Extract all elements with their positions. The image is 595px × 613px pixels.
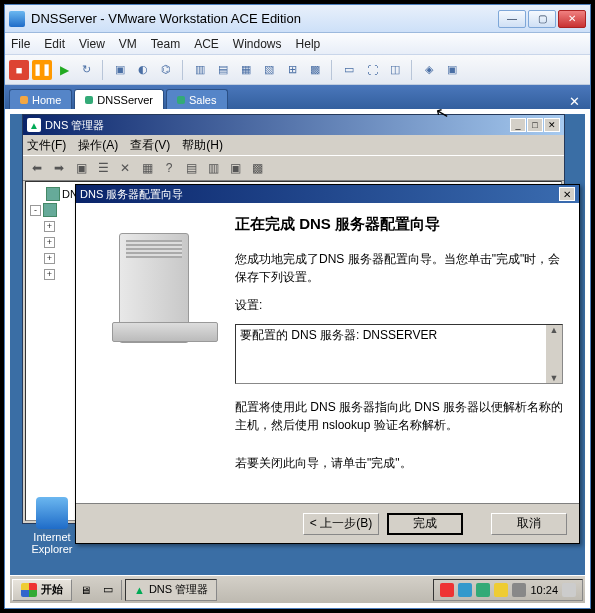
mmc-maximize-button[interactable]: □	[527, 118, 543, 132]
mmc-menu-action[interactable]: 操作(A)	[78, 137, 118, 154]
system-tray[interactable]: 10:24	[433, 579, 583, 601]
manage-snapshot-icon[interactable]: ⌬	[156, 60, 176, 80]
dns-icon: ▲	[27, 118, 41, 132]
tool-icon[interactable]: ⊞	[282, 60, 302, 80]
home-icon	[20, 96, 28, 104]
menu-ace[interactable]: ACE	[194, 37, 219, 51]
props-icon[interactable]: ☰	[93, 158, 113, 178]
server-icon	[43, 203, 57, 217]
collapse-icon[interactable]: -	[30, 205, 41, 216]
wizard-graphic-pane	[76, 203, 231, 503]
menu-help[interactable]: Help	[296, 37, 321, 51]
settings-listbox[interactable]: 要配置的 DNS 服务器: DNSSERVER ▲▼	[235, 324, 563, 384]
clock: 10:24	[530, 584, 558, 596]
guest-desktop: ▲ DNS 管理器 _ □ ✕ 文件(F) 操作(A) 查看(V) 帮助(H) …	[10, 114, 585, 603]
wizard-body: 正在完成 DNS 服务器配置向导 您成功地完成了DNS 服务器配置向导。当您单击…	[76, 203, 579, 503]
tray-icon[interactable]	[476, 583, 490, 597]
mmc-titlebar[interactable]: ▲ DNS 管理器 _ □ ✕	[23, 115, 564, 135]
tool-icon[interactable]: ▥	[203, 158, 223, 178]
windows-flag-icon	[21, 583, 37, 597]
tray-icon[interactable]	[458, 583, 472, 597]
tray-icon[interactable]	[562, 583, 576, 597]
tool-icon[interactable]: ▤	[213, 60, 233, 80]
mmc-menu-help[interactable]: 帮助(H)	[182, 137, 223, 154]
mmc-minimize-button[interactable]: _	[510, 118, 526, 132]
suspend-icon[interactable]: ❚❚	[32, 60, 52, 80]
tab-label: Home	[32, 94, 61, 106]
menu-vm[interactable]: VM	[119, 37, 137, 51]
expand-icon[interactable]: +	[44, 221, 55, 232]
start-label: 开始	[41, 582, 63, 597]
tool-icon[interactable]: ▩	[305, 60, 325, 80]
start-button[interactable]: 开始	[12, 579, 72, 601]
unity-icon[interactable]: ◫	[385, 60, 405, 80]
settings-text: 要配置的 DNS 服务器: DNSSERVER	[240, 328, 437, 342]
quicklaunch-icon[interactable]: ▭	[98, 580, 118, 600]
back-icon[interactable]: ⬅	[27, 158, 47, 178]
tray-icon[interactable]	[494, 583, 508, 597]
view-icon[interactable]: ▭	[339, 60, 359, 80]
help-icon[interactable]: ?	[159, 158, 179, 178]
vmware-titlebar[interactable]: DNSServer - VMware Workstation ACE Editi…	[5, 5, 590, 33]
mmc-close-button[interactable]: ✕	[544, 118, 560, 132]
dns-config-wizard-dialog: DNS 服务器配置向导 ✕ 正在完成 DNS 服务器配置向导 您成功地完成了DN…	[75, 184, 580, 544]
up-icon[interactable]: ▣	[71, 158, 91, 178]
expand-icon[interactable]: +	[44, 253, 55, 264]
poweron-icon[interactable]: ▶	[55, 60, 73, 80]
tool-icon[interactable]: ▣	[225, 158, 245, 178]
scrollbar[interactable]: ▲▼	[546, 325, 562, 383]
taskbar-button-dns[interactable]: ▲DNS 管理器	[125, 579, 217, 601]
tool-icon[interactable]: ▣	[442, 60, 462, 80]
minimize-button[interactable]: —	[498, 10, 526, 28]
expand-icon[interactable]: +	[44, 269, 55, 280]
cancel-button[interactable]: 取消	[491, 513, 567, 535]
snapshot-icon[interactable]: ▣	[110, 60, 130, 80]
back-button[interactable]: < 上一步(B)	[303, 513, 379, 535]
maximize-button[interactable]: ▢	[528, 10, 556, 28]
dns-root-icon	[46, 187, 60, 201]
finish-button[interactable]: 完成	[387, 513, 463, 535]
mmc-menu-view[interactable]: 查看(V)	[130, 137, 170, 154]
menu-edit[interactable]: Edit	[44, 37, 65, 51]
quicklaunch-desktop-icon[interactable]: 🖥	[75, 580, 95, 600]
tool-icon[interactable]: ▩	[247, 158, 267, 178]
settings-label: 设置:	[235, 296, 563, 314]
expand-icon[interactable]: +	[44, 237, 55, 248]
tool-icon[interactable]: ◈	[419, 60, 439, 80]
wizard-close-button[interactable]: ✕	[559, 187, 575, 201]
vm-icon	[177, 96, 185, 104]
menu-windows[interactable]: Windows	[233, 37, 282, 51]
tab-home[interactable]: Home	[9, 89, 72, 109]
menu-view[interactable]: View	[79, 37, 105, 51]
tool-icon[interactable]: ▥	[190, 60, 210, 80]
wizard-content: 正在完成 DNS 服务器配置向导 您成功地完成了DNS 服务器配置向导。当您单击…	[231, 203, 579, 503]
tray-icon[interactable]	[512, 583, 526, 597]
revert-icon[interactable]: ◐	[133, 60, 153, 80]
mmc-menu-file[interactable]: 文件(F)	[27, 137, 66, 154]
tool-icon[interactable]: ▧	[259, 60, 279, 80]
wizard-button-row: < 上一步(B) 完成 取消	[76, 503, 579, 543]
delete-icon[interactable]: ✕	[115, 158, 135, 178]
refresh-icon[interactable]: ▦	[137, 158, 157, 178]
wizard-titlebar[interactable]: DNS 服务器配置向导 ✕	[76, 185, 579, 203]
tool-icon[interactable]: ▤	[181, 158, 201, 178]
tray-icon[interactable]	[440, 583, 454, 597]
vmware-icon	[9, 11, 25, 27]
forward-icon[interactable]: ➡	[49, 158, 69, 178]
menu-file[interactable]: File	[11, 37, 30, 51]
mmc-toolbar: ⬅ ➡ ▣ ☰ ✕ ▦ ? ▤ ▥ ▣ ▩	[23, 155, 564, 181]
menu-team[interactable]: Team	[151, 37, 180, 51]
reset-icon[interactable]: ↻	[76, 60, 96, 80]
close-button[interactable]: ✕	[558, 10, 586, 28]
poweroff-icon[interactable]: ■	[9, 60, 29, 80]
wizard-para1: 您成功地完成了DNS 服务器配置向导。当您单击"完成"时，会保存下列设置。	[235, 250, 563, 286]
desktop-icon-label: Internet Explorer	[22, 531, 82, 555]
wizard-para3: 若要关闭此向导，请单击"完成"。	[235, 454, 563, 472]
tab-sales[interactable]: Sales	[166, 89, 228, 109]
window-title: DNSServer - VMware Workstation ACE Editi…	[31, 11, 498, 26]
desktop-icon-ie[interactable]: Internet Explorer	[22, 497, 82, 555]
tabs-close-icon[interactable]: ✕	[563, 94, 586, 109]
tool-icon[interactable]: ▦	[236, 60, 256, 80]
fullscreen-icon[interactable]: ⛶	[362, 60, 382, 80]
tab-dnsserver[interactable]: DNSServer	[74, 89, 164, 109]
